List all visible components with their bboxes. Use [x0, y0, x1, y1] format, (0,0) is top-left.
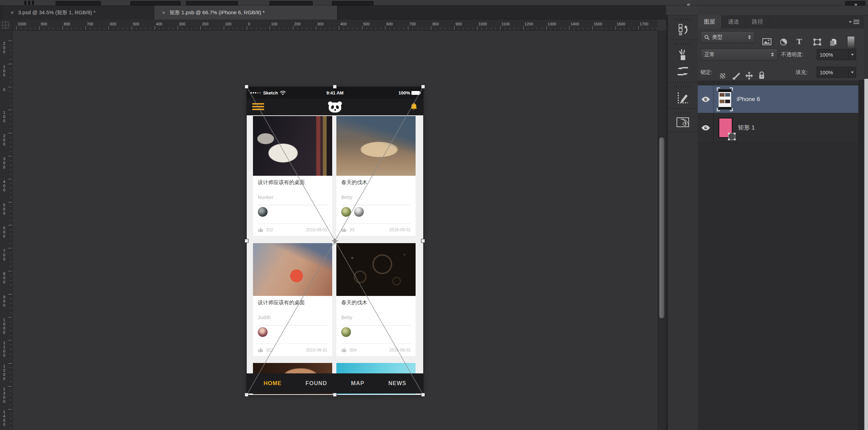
- dropdown-arrow-icon[interactable]: [848, 67, 856, 77]
- panel-gripper[interactable]: [675, 18, 691, 21]
- card-author: Betty: [341, 195, 352, 200]
- card-photo: [253, 116, 332, 176]
- brush-presets-panel-icon[interactable]: [677, 48, 689, 61]
- filter-shape-layers-icon[interactable]: [813, 38, 821, 46]
- nav-found: FOUND: [305, 380, 327, 387]
- card-title: 春天的伐木: [341, 179, 367, 186]
- filter-pixel-layers-icon[interactable]: [762, 38, 771, 45]
- eye-icon: [701, 97, 710, 102]
- tab-channels[interactable]: 通道: [722, 15, 746, 28]
- brushes-panel-icon[interactable]: [676, 65, 689, 79]
- avatar: [341, 207, 351, 217]
- panel-gripper[interactable]: [675, 111, 691, 114]
- mock-card: 设计师应该有的桌面 Judith 322 2015-06-31: [253, 243, 332, 356]
- v-ruler: 2 0 01 0 001 0 02 0 03 0 04 0 05 0 06 0 …: [0, 31, 13, 430]
- measure-log-panel-icon[interactable]: [676, 90, 689, 105]
- close-icon[interactable]: ×: [162, 10, 165, 16]
- collapsed-group: [668, 15, 698, 40]
- composition-panel-icon[interactable]: [676, 116, 690, 128]
- card-author: Nunker: [258, 195, 273, 200]
- blend-mode-select[interactable]: 正常: [701, 49, 778, 60]
- opacity-field[interactable]: 100%: [817, 49, 856, 60]
- avatar: [258, 327, 268, 337]
- tab-paths[interactable]: 路径: [746, 15, 770, 28]
- v-ruler-minor-ticks: [10, 41, 12, 430]
- time-label: 9:41 AM: [247, 90, 423, 96]
- battery-percent: 100%: [399, 90, 410, 96]
- collapsed-group: [668, 40, 698, 83]
- card-title: 设计师应该有的桌面: [258, 299, 305, 306]
- avatar: [341, 327, 351, 337]
- like-icon: [341, 227, 347, 232]
- visibility-toggle[interactable]: [698, 85, 714, 113]
- tab-juxing1psb[interactable]: × 矩形 1.psb @ 66.7% (iPhone 6, RGB/8) *: [154, 6, 337, 19]
- card-date: 2015-09-01: [306, 228, 327, 232]
- avatar: [258, 207, 268, 217]
- like-icon: [258, 227, 264, 232]
- options-bar-widget: [186, 1, 238, 6]
- search-icon: [704, 35, 710, 40]
- fill-field[interactable]: 100%: [817, 67, 856, 78]
- mock-status-bar: ●●●○○ Sketch 9:41 AM 100%: [247, 87, 423, 99]
- panel-gripper[interactable]: [675, 85, 691, 88]
- photoshop-window: × 3.psd @ 34.5% (矩形 1, RGB/8) * × 矩形 1.p…: [0, 0, 868, 430]
- layer-row-rect1[interactable]: 矩形 1: [698, 113, 858, 142]
- like-count: 33: [350, 228, 354, 232]
- like-count: 354: [350, 348, 357, 353]
- layers-panel: 图层 通道 路径 类型 T 正: [698, 6, 864, 430]
- lock-all-icon[interactable]: [758, 71, 765, 80]
- canvas-document-iphone6[interactable]: ●●●○○ Sketch 9:41 AM 100%: [247, 87, 423, 395]
- card-photo: [336, 243, 416, 296]
- dropdown-arrow-icon[interactable]: [848, 49, 856, 60]
- layer-filter-select[interactable]: 类型: [701, 31, 755, 43]
- layer-name[interactable]: iPhone 6: [737, 96, 760, 103]
- tab-label: 3.psd @ 34.5% (矩形 1, RGB/8) *: [18, 9, 96, 16]
- hamburger-menu-icon: [252, 103, 264, 111]
- card-title: 春天的伐木: [341, 299, 367, 306]
- tab-3psd[interactable]: × 3.psd @ 34.5% (矩形 1, RGB/8) *: [3, 6, 154, 19]
- blend-mode-value: 正常: [704, 51, 715, 58]
- lock-position-icon[interactable]: [745, 72, 753, 80]
- visibility-toggle[interactable]: [698, 113, 714, 142]
- panel-gripper[interactable]: [675, 43, 691, 46]
- eye-icon: [701, 125, 710, 131]
- lock-transparency-icon[interactable]: [720, 73, 725, 78]
- panel-menu-icon[interactable]: [849, 19, 859, 24]
- lock-paint-icon[interactable]: [732, 72, 741, 80]
- ruler-origin-icon: [2, 22, 9, 28]
- icon-strip-header: [668, 6, 698, 15]
- collapsed-group: [668, 109, 698, 132]
- panel-scroll-gutter[interactable]: [858, 80, 864, 430]
- options-bar: [0, 0, 868, 6]
- filter-smart-objects-icon[interactable]: [829, 38, 837, 47]
- fill-label: 填充:: [796, 69, 808, 76]
- nav-news: NEWS: [388, 380, 407, 387]
- canvas-scrollbar-thumb[interactable]: [659, 137, 664, 319]
- filter-toggle[interactable]: [847, 36, 855, 49]
- card-date: 2015-06-31: [306, 348, 327, 353]
- bell-icon: [410, 102, 418, 111]
- layer-name[interactable]: 矩形 1: [738, 124, 755, 132]
- history-panel-icon[interactable]: [677, 23, 689, 36]
- filter-adjustment-layers-icon[interactable]: [780, 38, 787, 46]
- filter-label: 类型: [712, 34, 722, 41]
- layer-thumbnail-rect1[interactable]: [719, 118, 732, 138]
- tab-layers[interactable]: 图层: [698, 15, 722, 28]
- card-photo: [336, 116, 416, 176]
- mock-app-header: [247, 99, 423, 115]
- like-icon: [258, 347, 264, 353]
- ruler-origin[interactable]: [0, 19, 13, 31]
- options-bar-widget: [130, 1, 181, 6]
- filter-type-layers-icon[interactable]: T: [796, 37, 802, 46]
- layer-thumbnail-iphone6[interactable]: [719, 89, 731, 109]
- vector-mask-badge: [728, 133, 735, 140]
- card-date: 2015-06-01: [390, 348, 411, 353]
- close-icon[interactable]: ×: [10, 10, 14, 16]
- opacity-value: 100%: [817, 52, 848, 58]
- card-author: Judith: [258, 315, 271, 320]
- card-title: 设计师应该有的桌面: [258, 179, 305, 186]
- nav-map: MAP: [351, 380, 365, 387]
- layer-row-iphone6[interactable]: iPhone 6: [698, 85, 858, 113]
- like-icon: [341, 347, 347, 353]
- panda-logo-icon: [328, 101, 342, 113]
